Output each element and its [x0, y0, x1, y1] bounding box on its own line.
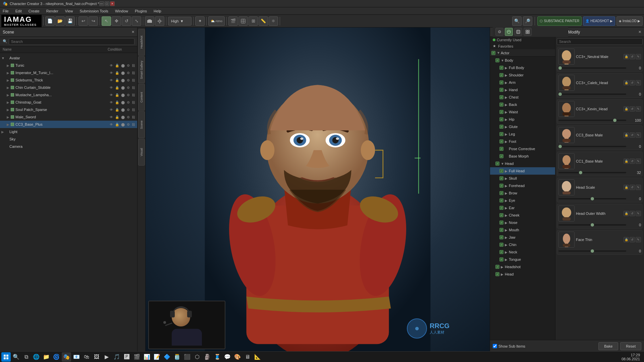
taskbar-word[interactable]: 📝: [152, 352, 162, 362]
taskbar-taskview[interactable]: ⧉: [21, 352, 31, 362]
hs-edit-btn[interactable]: ✎: [636, 185, 641, 190]
render-mode-button[interactable]: 🎬: [228, 16, 238, 26]
ms-bullet-icon[interactable]: ⬤: [120, 115, 125, 119]
tongue-checkbox[interactable]: [499, 257, 503, 261]
open-button[interactable]: 📂: [55, 16, 65, 26]
cc3nm-reset-btn[interactable]: ↺: [630, 54, 635, 59]
cb-link-icon[interactable]: ⛓: [131, 123, 136, 126]
taskbar-search[interactable]: 🔍: [11, 352, 21, 362]
cc3kh-reset-btn[interactable]: ↺: [630, 106, 635, 112]
m-link-icon[interactable]: ⛓: [131, 93, 136, 97]
mouth-item[interactable]: ▶ Mouth: [490, 226, 555, 234]
taskbar-blender[interactable]: 🫙: [172, 352, 182, 362]
foot-checkbox[interactable]: [499, 139, 503, 143]
atmosphere-toggle[interactable]: ⛅ Atmo: [208, 16, 225, 26]
cc-link-icon[interactable]: ⛓: [131, 86, 136, 89]
scale-button[interactable]: ⤡: [132, 16, 141, 26]
cc-lock-icon[interactable]: 🔒: [114, 86, 120, 89]
menu-submission-tools[interactable]: Submission Tools: [78, 9, 109, 13]
modify-cloth-icon[interactable]: [514, 28, 522, 36]
eye-item[interactable]: ▶ Eye: [490, 197, 555, 204]
m-lock-icon[interactable]: 🔒: [114, 93, 120, 97]
taskbar-ps[interactable]: 🅿: [122, 352, 131, 362]
cg-bullet-icon[interactable]: ⬤: [120, 101, 125, 104]
cc3kh-lock-btn[interactable]: 🔒: [624, 106, 629, 112]
sp-vis-icon[interactable]: 👁: [109, 108, 114, 112]
imperator-checkbox[interactable]: [11, 71, 14, 74]
sideburns-checkbox[interactable]: [11, 78, 14, 82]
hip-item[interactable]: ▶ Hip: [490, 116, 555, 123]
pose-corrective-item[interactable]: ▶ Pose Corrective: [490, 145, 555, 153]
cg-lock-icon[interactable]: 🔒: [114, 101, 120, 104]
scene-close-button[interactable]: ✕: [131, 30, 135, 34]
headshot-vtab[interactable]: Headshot: [138, 29, 145, 56]
s-lock-icon[interactable]: 🔒: [114, 78, 120, 82]
full-head-checkbox[interactable]: [499, 169, 503, 173]
modify-grid-icon[interactable]: [524, 28, 532, 36]
visual-vtab[interactable]: Visual: [138, 139, 145, 166]
full-body-item[interactable]: ▶ Full Body: [490, 64, 555, 71]
cg-gear-icon[interactable]: ⚙: [126, 101, 130, 104]
head2-item[interactable]: ▶ Head: [490, 270, 555, 278]
full-body-checkbox[interactable]: [499, 66, 503, 70]
taskbar-discord[interactable]: 💬: [223, 352, 232, 362]
cc3bm-edit-btn[interactable]: ✎: [636, 132, 641, 138]
glute-item[interactable]: ▶ Glute: [490, 123, 555, 130]
chin-curtain-checkbox[interactable]: [11, 86, 14, 89]
modify-morph-icon[interactable]: [505, 28, 513, 36]
currently-used-row[interactable]: Currently Used: [490, 37, 555, 43]
head-scale-slider[interactable]: [558, 198, 626, 199]
menu-window[interactable]: Window: [114, 9, 129, 13]
taskbar-premiere[interactable]: 🎬: [132, 352, 142, 362]
grid-button[interactable]: ⊞: [249, 16, 258, 26]
menu-plugins[interactable]: Plugins: [133, 9, 148, 13]
smart-gallery-vtab[interactable]: Smart Gallery: [138, 56, 145, 83]
favorites-row[interactable]: ★ Favorites: [490, 43, 555, 49]
cc1bm-reset-btn[interactable]: ↺: [630, 159, 635, 164]
base-morph-checkbox[interactable]: [499, 154, 503, 158]
cc1bm-lock-btn[interactable]: 🔒: [624, 159, 629, 164]
cc3-neutral-male-slider[interactable]: [558, 67, 626, 69]
reset-button[interactable]: Reset: [620, 342, 641, 350]
soul-patch-checkbox[interactable]: [11, 108, 14, 111]
ms-link-icon[interactable]: ⛓: [131, 115, 136, 119]
tree-item-sideburns[interactable]: ▶ Sideburns_Thick 👁 🔒 ⬤ ⚙ ⛓: [0, 76, 137, 84]
cb-lock-icon[interactable]: 🔒: [114, 123, 120, 126]
tunic-lock-icon[interactable]: 🔒: [114, 64, 120, 67]
how-reset-btn[interactable]: ↺: [630, 211, 635, 216]
modify-settings-icon[interactable]: ⚙: [495, 28, 503, 36]
cc3nm-lock-btn[interactable]: 🔒: [624, 54, 629, 59]
cheek-checkbox[interactable]: [499, 213, 503, 217]
redo-button[interactable]: ↪: [89, 16, 98, 26]
tree-item-soul-patch[interactable]: ▶ Soul Patch_Sparse 👁 🔒 ⬤ ⚙ ⛓: [0, 106, 137, 113]
menu-create[interactable]: Create: [27, 9, 41, 13]
ms-lock-icon[interactable]: 🔒: [114, 115, 120, 119]
cc3ch-lock-btn[interactable]: 🔒: [624, 80, 629, 85]
cc-gear-icon[interactable]: ⚙: [126, 86, 130, 89]
headshot-button[interactable]: 👤 HEADSHOT ▶: [583, 16, 615, 26]
taskbar-cc-extra1[interactable]: 🎨: [233, 352, 242, 362]
taskbar-photos[interactable]: 🖼: [92, 352, 101, 362]
sun-button[interactable]: ✦: [195, 16, 205, 26]
tree-item-tunic[interactable]: ▶ Tunic 👁 🔒 ⬤ ⚙ ⛓: [0, 62, 137, 69]
cc-vis-icon[interactable]: 👁: [109, 86, 114, 89]
taskbar-spotify[interactable]: 🎵: [112, 352, 121, 362]
forehead-checkbox[interactable]: [499, 184, 503, 188]
i-vis-icon[interactable]: 👁: [109, 71, 114, 75]
shoulder-item[interactable]: ▶ Shoulder: [490, 71, 555, 79]
skull-item[interactable]: ▶ Skull: [490, 175, 555, 182]
cc3-kevin-head-slider[interactable]: [558, 120, 626, 121]
body-item[interactable]: ▼ Body: [490, 57, 555, 64]
cg-link-icon[interactable]: ⛓: [131, 101, 136, 104]
taskbar-excel[interactable]: 📊: [142, 352, 152, 362]
sp-gear-icon[interactable]: ⚙: [126, 108, 130, 112]
cc-bullet-icon[interactable]: ⬤: [120, 86, 125, 89]
shoulder-checkbox[interactable]: [499, 73, 503, 77]
cc1-base-male-slider[interactable]: [558, 172, 626, 173]
tunic-gear-icon[interactable]: ⚙: [126, 64, 130, 67]
sp-lock-icon[interactable]: 🔒: [114, 108, 120, 112]
nose-item[interactable]: ▶ Nose: [490, 219, 555, 226]
ms-vis-icon[interactable]: 👁: [109, 115, 114, 119]
tongue-item[interactable]: ▶ Tongue: [490, 256, 555, 263]
male-sword-checkbox[interactable]: [11, 115, 14, 119]
